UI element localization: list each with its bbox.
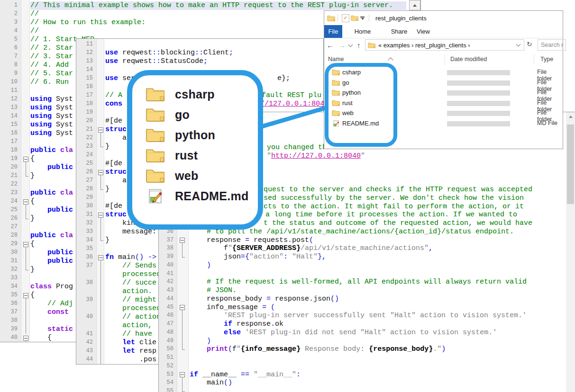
fold-marker[interactable] xyxy=(23,325,28,334)
column-header-name[interactable]: Name xyxy=(328,56,344,62)
scrollbar-up-button[interactable] xyxy=(409,0,420,10)
code-line[interactable]: 45 info_message = ( xyxy=(159,303,575,312)
fold-marker[interactable] xyxy=(23,300,28,308)
fold-marker[interactable] xyxy=(98,185,103,194)
fold-marker[interactable] xyxy=(98,270,103,279)
fold-marker[interactable] xyxy=(98,287,103,296)
fold-marker[interactable] xyxy=(98,211,103,219)
fold-marker[interactable] xyxy=(180,387,185,392)
fold-marker[interactable] xyxy=(23,257,28,266)
code-line[interactable]: 1// This minimal example shows how to ma… xyxy=(0,1,420,10)
scrollbar-thumb[interactable] xyxy=(567,125,574,204)
code-line[interactable]: 41 xyxy=(159,270,575,278)
search-input[interactable]: Search r xyxy=(538,39,566,51)
ribbon-tab-file[interactable]: File xyxy=(324,25,342,38)
code-line[interactable]: 11 xyxy=(76,40,323,49)
fold-marker[interactable] xyxy=(180,312,185,320)
fold-marker[interactable] xyxy=(180,253,185,261)
address-dropdown-icon[interactable] xyxy=(516,42,521,47)
fold-marker[interactable] xyxy=(98,304,103,313)
fold-marker[interactable] xyxy=(180,244,185,253)
code-line[interactable]: 40 ) xyxy=(159,261,575,270)
fold-marker[interactable] xyxy=(98,125,103,134)
fold-marker[interactable] xyxy=(180,236,185,245)
code-line[interactable]: 54 main() xyxy=(159,379,575,387)
fold-marker[interactable] xyxy=(98,339,103,347)
fold-marker[interactable] xyxy=(180,320,185,329)
fold-marker[interactable] xyxy=(180,345,185,354)
breadcrumb[interactable]: « examples › rest_plugin_clients › xyxy=(378,42,470,49)
code-line[interactable]: 44 response_body = response.json() xyxy=(159,295,575,303)
fold-marker[interactable] xyxy=(98,177,103,185)
fold-marker[interactable] xyxy=(23,197,28,206)
fold-marker[interactable] xyxy=(98,143,103,151)
column-divider[interactable] xyxy=(534,54,534,65)
code-line[interactable]: 49 ) xyxy=(159,337,575,346)
fold-marker[interactable] xyxy=(98,134,103,143)
fold-marker[interactable] xyxy=(98,279,103,287)
fold-marker[interactable] xyxy=(98,262,103,270)
fold-marker[interactable] xyxy=(98,356,103,364)
fold-marker[interactable] xyxy=(23,317,28,325)
code-line[interactable]: 43 # JSON. xyxy=(159,286,575,295)
fold-marker[interactable] xyxy=(23,172,28,180)
fold-marker[interactable] xyxy=(98,313,103,321)
fold-marker[interactable] xyxy=(98,168,103,177)
fold-marker[interactable] xyxy=(23,334,28,342)
quick-access-toolbar-dropdown[interactable] xyxy=(360,17,365,20)
back-button[interactable]: ← xyxy=(327,41,334,49)
code-line[interactable]: 47 if response.ok xyxy=(159,320,575,329)
line-number: 13 xyxy=(76,58,93,64)
address-bar[interactable]: « examples › rest_plugin_clients › xyxy=(365,39,524,51)
fold-marker[interactable] xyxy=(180,303,185,312)
code-line[interactable]: 12use reqwest::blocking::Client; xyxy=(76,49,323,57)
ribbon-tab-share[interactable]: Share xyxy=(388,25,411,38)
code-line[interactable]: 39 json={"action": "Halt"}, xyxy=(159,253,575,261)
fold-marker[interactable] xyxy=(23,240,28,249)
fold-marker[interactable] xyxy=(98,296,103,304)
fold-marker[interactable] xyxy=(23,291,28,300)
refresh-button[interactable]: ↻ xyxy=(527,40,532,48)
fold-marker[interactable] xyxy=(98,219,103,228)
code-line[interactable]: 50 print(f"{info_message} Response body:… xyxy=(159,345,575,354)
fold-marker[interactable] xyxy=(23,249,28,257)
column-divider[interactable] xyxy=(445,54,445,65)
forward-button[interactable]: → xyxy=(338,41,346,49)
explorer-titlebar[interactable]: ✓ rest_plugin_clients xyxy=(324,11,563,25)
code-line[interactable]: 48 else 'REST plug-in did not send "Halt… xyxy=(159,329,575,337)
scrollbar-up-button[interactable] xyxy=(566,112,575,121)
fold-marker[interactable] xyxy=(23,308,28,317)
code-line[interactable]: 46 'REST plug-in server successfully sen… xyxy=(159,312,575,320)
code-line[interactable]: 37 response = requests.post( xyxy=(159,236,575,245)
fold-marker[interactable] xyxy=(180,379,185,387)
fold-marker[interactable] xyxy=(98,321,103,330)
code-line[interactable]: 53if __name__ == "__main__": xyxy=(159,371,575,379)
column-header-type[interactable]: Type xyxy=(540,56,553,62)
code-line[interactable]: 55 xyxy=(159,387,575,392)
fold-marker[interactable] xyxy=(23,155,28,163)
fold-marker[interactable] xyxy=(23,214,28,223)
column-header-date[interactable]: Date modified xyxy=(450,56,487,62)
recent-locations-dropdown[interactable] xyxy=(348,42,353,47)
fold-marker[interactable] xyxy=(23,206,28,214)
quick-access-folder-icon[interactable] xyxy=(351,15,358,21)
fold-marker[interactable] xyxy=(98,236,103,245)
code-line[interactable]: 52 xyxy=(159,362,575,371)
fold-marker[interactable] xyxy=(23,266,28,274)
code-line[interactable]: 51 xyxy=(159,354,575,362)
fold-marker[interactable] xyxy=(23,163,28,172)
fold-marker[interactable] xyxy=(180,329,185,337)
up-button[interactable]: ↑ xyxy=(357,41,361,49)
ribbon-tab-home[interactable]: Home xyxy=(352,25,374,38)
code-line[interactable]: 38 f"{SERVER_ADDRESS}/api/v1/state_machi… xyxy=(159,244,575,253)
quick-access-check-icon[interactable]: ✓ xyxy=(342,14,349,22)
fold-marker[interactable] xyxy=(98,347,103,356)
fold-marker[interactable] xyxy=(180,337,185,346)
fold-marker[interactable] xyxy=(98,228,103,236)
fold-marker[interactable] xyxy=(98,330,103,339)
ribbon-tab-view[interactable]: View xyxy=(413,25,433,38)
code-line[interactable]: 13use reqwest::StatusCode; xyxy=(76,57,323,66)
fold-marker[interactable] xyxy=(180,371,185,379)
code-line[interactable]: 42 # If the request is well-formed, all … xyxy=(159,278,575,286)
fold-marker[interactable] xyxy=(98,253,103,262)
